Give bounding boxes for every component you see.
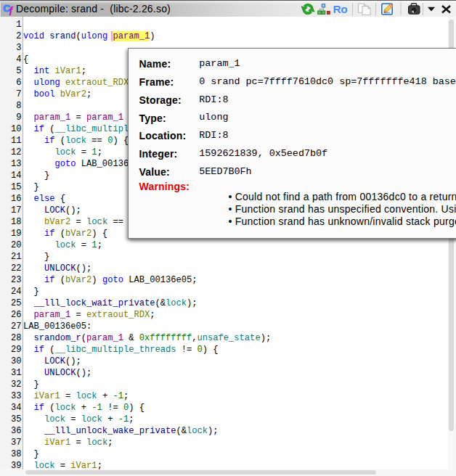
svg-text:Ro: Ro — [333, 3, 347, 15]
svg-text:f: f — [9, 5, 14, 15]
